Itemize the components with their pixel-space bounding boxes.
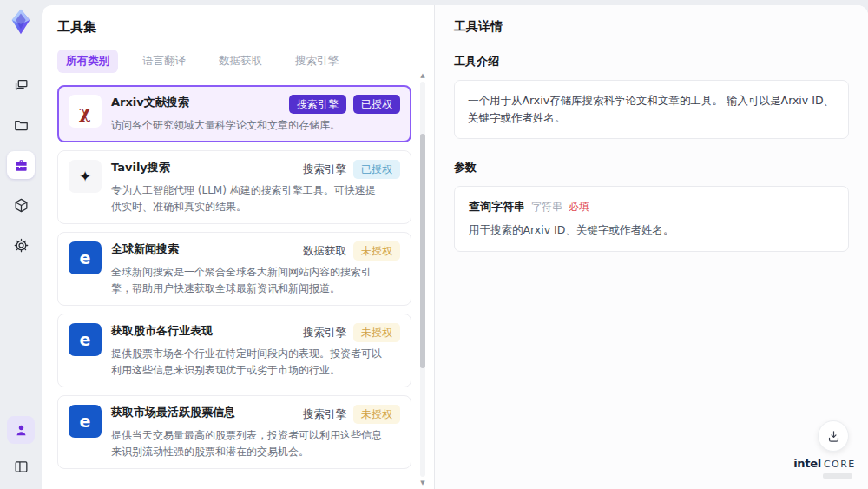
tool-card[interactable]: ✦Tavily搜索搜索引擎已授权专为人工智能代理 (LLM) 构建的搜索引擎工具… (57, 150, 411, 224)
tool-name: 获取股市各行业表现 (111, 323, 213, 339)
tool-card[interactable]: χArxiv文献搜索搜索引擎已授权访问各个研究领域大量科学论文和文章的存储库。 (57, 85, 411, 142)
main-content: 工具集 所有类别 语言翻译 数据获取 搜索引擎 χArxiv文献搜索搜索引擎已授… (42, 5, 868, 489)
app-logo (6, 7, 36, 36)
tool-description: 全球新闻搜索是一个聚合全球各大新闻网站内容的搜索引擎，帮助用户快速获取全球最新资… (111, 264, 382, 296)
news-app-icon: e (80, 250, 91, 267)
tool-auth-badge: 未授权 (353, 405, 400, 424)
tool-auth-badge: 未授权 (353, 241, 400, 261)
brand-subtext (823, 473, 852, 479)
tool-list: χArxiv文献搜索搜索引擎已授权访问各个研究领域大量科学论文和文章的存储库。✦… (57, 85, 434, 472)
tool-auth-badge: 已授权 (353, 160, 400, 179)
toolbox-icon (13, 157, 30, 174)
arxiv-icon-box: χ (69, 95, 102, 128)
tool-name: 全球新闻搜索 (111, 241, 179, 257)
arxiv-logo-icon: χ (79, 102, 91, 121)
blue-e-icon-box: e (69, 405, 102, 438)
tool-description: 专为人工智能代理 (LLM) 构建的搜索引擎工具。可快速提供实时、准确和真实的结… (111, 182, 382, 215)
tool-name: 获取市场最活跃股票信息 (111, 405, 235, 420)
detail-title: 工具详情 (454, 19, 849, 35)
tool-list-panel: 工具集 所有类别 语言翻译 数据获取 搜索引擎 χArxiv文献搜索搜索引擎已授… (42, 5, 434, 489)
news-app-icon: e (80, 332, 91, 348)
download-icon (826, 429, 841, 444)
sidebar-item-toolbox[interactable] (7, 151, 35, 179)
tool-category-tag: 数据获取 (303, 242, 346, 260)
intro-heading: 工具介绍 (454, 54, 849, 69)
tool-category-tag: 搜索引擎 (303, 324, 346, 341)
tool-auth-badge: 未授权 (353, 323, 400, 342)
scroll-down-icon[interactable]: ▼ (418, 479, 427, 487)
panel-icon (13, 459, 30, 475)
intro-text-box: 一个用于从Arxiv存储库搜索科学论文和文章的工具。 输入可以是Arxiv ID… (454, 80, 849, 139)
news-app-icon: e (80, 413, 91, 430)
folder-icon (13, 117, 30, 134)
tool-card[interactable]: e获取市场最活跃股票信息搜索引擎未授权提供当天交易量最高的股票列表，投资者可以利… (57, 395, 411, 469)
intel-core-logo: intelcore (793, 455, 856, 479)
tool-detail-panel: 工具详情 工具介绍 一个用于从Arxiv存储库搜索科学论文和文章的工具。 输入可… (434, 5, 868, 489)
sidebar-item-panel[interactable] (7, 453, 35, 480)
sidebar-item-settings[interactable] (7, 231, 35, 259)
brand-intel: intel (793, 457, 821, 470)
scrollbar-thumb[interactable] (420, 134, 425, 368)
tool-card[interactable]: e全球新闻搜索数据获取未授权全球新闻搜索是一个聚合全球各大新闻网站内容的搜索引擎… (57, 232, 411, 306)
tool-description: 提供当天交易量最高的股票列表，投资者可以利用这些信息来识别流动性强的股票和潜在的… (111, 427, 382, 459)
sidebar-item-cube[interactable] (7, 191, 35, 219)
scrollbar-track[interactable] (420, 82, 425, 477)
chat-icon (13, 77, 30, 94)
brand-core: core (824, 459, 856, 470)
tool-card[interactable]: e获取股市各行业表现搜索引擎未授权提供股票市场各个行业在特定时间段内的表现。投资… (57, 314, 411, 387)
blue-e-icon-box: e (69, 241, 102, 274)
scrollbar[interactable]: ▲ ▼ (418, 71, 427, 487)
sidebar-item-folder[interactable] (7, 111, 35, 139)
sidebar-item-user[interactable] (7, 416, 35, 444)
tool-category-tag: 搜索引擎 (303, 161, 346, 178)
sparkle-icon: ✦ (79, 169, 91, 184)
cube-icon (13, 197, 30, 214)
page-title: 工具集 (57, 19, 434, 36)
sparkle-icon-box: ✦ (69, 160, 102, 193)
tool-auth-badge: 已授权 (353, 95, 400, 114)
parameter-card: 查询字符串 字符串 必填 用于搜索的Arxiv ID、关键字或作者姓名。 (454, 186, 849, 252)
user-icon (13, 422, 30, 439)
tab-all-categories[interactable]: 所有类别 (57, 50, 118, 73)
parameter-type: 字符串 (531, 200, 562, 215)
tool-description: 提供股票市场各个行业在特定时间段内的表现。投资者可以利用这些信息来识别表现优于或… (111, 346, 382, 378)
tool-category-tag: 搜索引擎 (289, 95, 346, 114)
tab-search-engine[interactable]: 搜索引擎 (286, 50, 347, 73)
download-button[interactable] (818, 420, 849, 452)
category-tabs: 所有类别 语言翻译 数据获取 搜索引擎 (57, 50, 434, 73)
settings-icon (13, 237, 30, 254)
blue-e-icon-box: e (69, 323, 102, 356)
params-heading: 参数 (454, 160, 849, 175)
tool-description: 访问各个研究领域大量科学论文和文章的存储库。 (111, 117, 382, 134)
tool-category-tag: 搜索引擎 (303, 406, 346, 423)
parameter-description: 用于搜索的Arxiv ID、关键字或作者姓名。 (469, 222, 834, 239)
parameter-name: 查询字符串 (469, 199, 525, 215)
scroll-up-icon[interactable]: ▲ (418, 71, 427, 80)
tab-language-translation[interactable]: 语言翻译 (134, 50, 194, 73)
sidebar-rail (0, 0, 42, 489)
sidebar-item-chat[interactable] (7, 71, 35, 99)
tool-name: Arxiv文献搜索 (111, 95, 189, 110)
tab-data-fetching[interactable]: 数据获取 (210, 50, 271, 73)
parameter-required-badge: 必填 (569, 200, 589, 215)
tool-name: Tavily搜索 (111, 160, 170, 175)
